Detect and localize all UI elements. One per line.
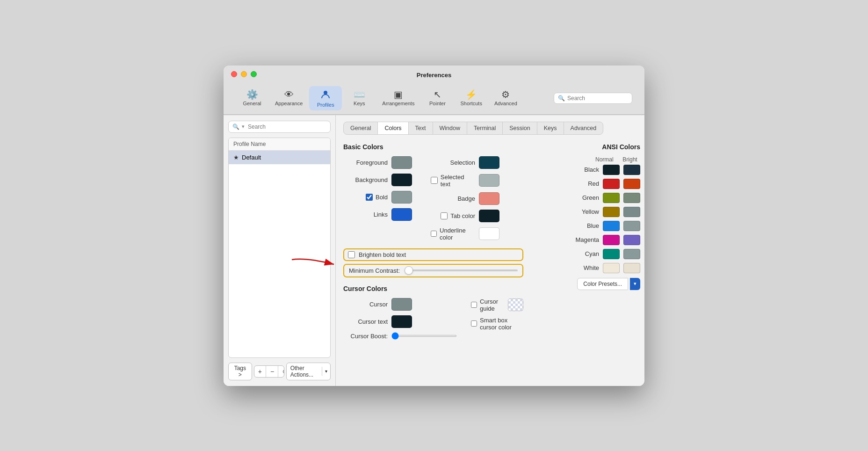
red-arrow <box>287 255 343 274</box>
contrast-slider[interactable] <box>405 269 518 271</box>
tab-advanced[interactable]: Advanced <box>564 122 603 134</box>
other-actions[interactable]: Other Actions... ▾ <box>286 363 331 380</box>
tab-keys[interactable]: Keys <box>537 122 564 134</box>
tab-color-row: Tab color <box>431 210 499 222</box>
ansi-yellow-normal[interactable] <box>603 207 620 217</box>
underline-color-checkbox[interactable] <box>431 230 437 237</box>
badge-row: Badge <box>431 192 499 205</box>
tab-text[interactable]: Text <box>409 122 433 134</box>
tab-general[interactable]: General <box>344 122 378 134</box>
sidebar-search-box[interactable]: 🔍 ▾ <box>228 121 331 133</box>
profile-item-default[interactable]: ★ Default <box>229 151 330 164</box>
ansi-row-black: Black <box>537 165 640 175</box>
badge-swatch[interactable] <box>479 192 499 205</box>
ansi-cyan-bright[interactable] <box>623 249 640 259</box>
toolbar-item-keys[interactable]: ⌨️ Keys <box>343 87 376 109</box>
color-presets-chevron[interactable]: ▾ <box>630 278 640 290</box>
sidebar-search-input[interactable] <box>248 124 326 130</box>
brighten-bold-label: Brighten bold text <box>359 251 406 258</box>
ansi-green-bright[interactable] <box>623 193 640 203</box>
ansi-bright-header: Bright <box>622 156 638 163</box>
advanced-icon: ⚙ <box>501 90 510 99</box>
cursor-swatch[interactable] <box>391 298 412 311</box>
cursor-guide-checkbox[interactable] <box>471 301 477 308</box>
toolbar-label-advanced: Advanced <box>494 101 517 106</box>
color-presets-button[interactable]: Color Presets... <box>577 278 628 290</box>
search-icon: 🔍 <box>232 124 239 130</box>
cursor-text-swatch[interactable] <box>391 315 412 328</box>
toolbar-item-arrangements[interactable]: ▣ Arrangements <box>376 87 420 109</box>
toolbar-search-input[interactable] <box>567 95 628 102</box>
ansi-blue-bright[interactable] <box>623 221 640 231</box>
ansi-red-bright[interactable] <box>623 179 640 189</box>
maximize-button[interactable] <box>251 71 257 77</box>
toolbar-item-advanced[interactable]: ⚙ Advanced <box>489 87 523 109</box>
ansi-black-bright[interactable] <box>623 165 640 175</box>
tab-terminal[interactable]: Terminal <box>467 122 503 134</box>
ansi-row-blue: Blue <box>537 221 640 231</box>
add-profile-button[interactable]: + <box>254 366 266 377</box>
ansi-white-normal[interactable] <box>603 263 620 273</box>
tab-color-swatch[interactable] <box>479 210 499 222</box>
ansi-magenta-normal[interactable] <box>603 235 620 245</box>
ansi-green-label: Green <box>571 194 599 201</box>
ansi-green-swatches <box>603 193 640 203</box>
bold-checkbox[interactable] <box>366 194 373 201</box>
cursor-left-col: Cursor Cursor text Curso <box>343 298 457 344</box>
brighten-bold-checkbox[interactable] <box>348 251 355 258</box>
toolbar-item-general[interactable]: ⚙️ General <box>236 87 268 109</box>
badge-label: Badge <box>431 195 475 202</box>
tags-button[interactable]: Tags > <box>228 363 252 380</box>
background-swatch[interactable] <box>391 174 412 186</box>
ansi-magenta-bright[interactable] <box>623 235 640 245</box>
other-actions-chevron[interactable]: ▾ <box>322 367 330 376</box>
selected-text-checkbox[interactable] <box>431 177 438 184</box>
toolbar-label-pointer: Pointer <box>429 101 446 106</box>
ansi-white-bright[interactable] <box>623 263 640 273</box>
cursor-boost-slider[interactable] <box>391 335 457 337</box>
ansi-red-normal[interactable] <box>603 179 620 189</box>
ansi-cyan-normal[interactable] <box>603 249 620 259</box>
profile-tabs: General Colors Text Window Terminal Sess… <box>343 122 603 135</box>
cursor-colors-section: Cursor Colors Cursor Cursor text <box>343 285 523 344</box>
tab-colors[interactable]: Colors <box>378 122 408 134</box>
cursor-guide-swatch[interactable] <box>508 298 523 311</box>
close-button[interactable] <box>231 71 237 77</box>
selection-swatch[interactable] <box>479 156 499 169</box>
selected-text-label: Selected text <box>441 174 475 188</box>
toolbar-item-pointer[interactable]: ↖ Pointer <box>421 87 454 109</box>
search-icon: 🔍 <box>558 95 565 102</box>
bold-swatch[interactable] <box>391 191 412 204</box>
ansi-black-normal[interactable] <box>603 165 620 175</box>
arrangements-icon: ▣ <box>394 90 403 99</box>
ansi-row-magenta: Magenta <box>537 235 640 245</box>
search-dropdown-icon[interactable]: ▾ <box>242 124 245 130</box>
toolbar-item-profiles[interactable]: Profiles <box>309 86 342 110</box>
ansi-black-swatches <box>603 165 640 175</box>
foreground-swatch[interactable] <box>391 156 412 169</box>
ansi-green-normal[interactable] <box>603 193 620 203</box>
toolbar-item-shortcuts[interactable]: ⚡ Shortcuts <box>455 87 487 109</box>
smart-box-checkbox[interactable] <box>471 320 477 327</box>
tab-window[interactable]: Window <box>433 122 467 134</box>
selected-text-swatch[interactable] <box>479 174 499 187</box>
foreground-label: Foreground <box>343 159 388 166</box>
underline-color-swatch[interactable] <box>479 227 499 240</box>
other-actions-menu-icon[interactable]: ⊙ <box>279 366 284 377</box>
sidebar-actions: + − ⊙ <box>254 365 284 378</box>
ansi-row-white: White <box>537 263 640 273</box>
ansi-blue-normal[interactable] <box>603 221 620 231</box>
minimize-button[interactable] <box>241 71 247 77</box>
ansi-yellow-bright[interactable] <box>623 207 640 217</box>
links-swatch[interactable] <box>391 208 412 221</box>
tab-session[interactable]: Session <box>503 122 537 134</box>
toolbar-search-box[interactable]: 🔍 <box>554 93 632 104</box>
remove-profile-button[interactable]: − <box>267 366 278 377</box>
ansi-red-label: Red <box>571 180 599 187</box>
ansi-colors-title: ANSI Colors <box>537 143 640 151</box>
toolbar-item-appearance[interactable]: 👁 Appearance <box>269 87 308 109</box>
tab-color-checkbox[interactable] <box>441 212 448 219</box>
ansi-row-green: Green <box>537 193 640 203</box>
gear-icon: ⚙️ <box>246 90 258 99</box>
other-actions-label[interactable]: Other Actions... <box>287 363 322 380</box>
